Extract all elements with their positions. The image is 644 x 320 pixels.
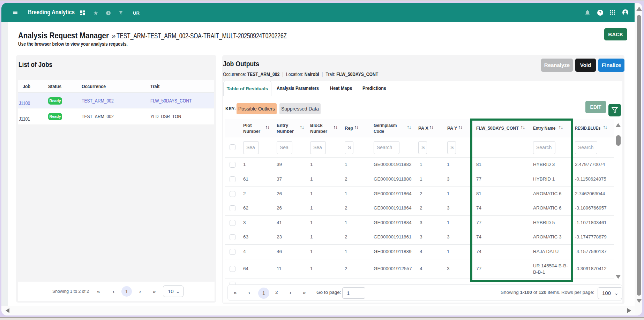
svg-text:?: ?: [599, 10, 601, 15]
